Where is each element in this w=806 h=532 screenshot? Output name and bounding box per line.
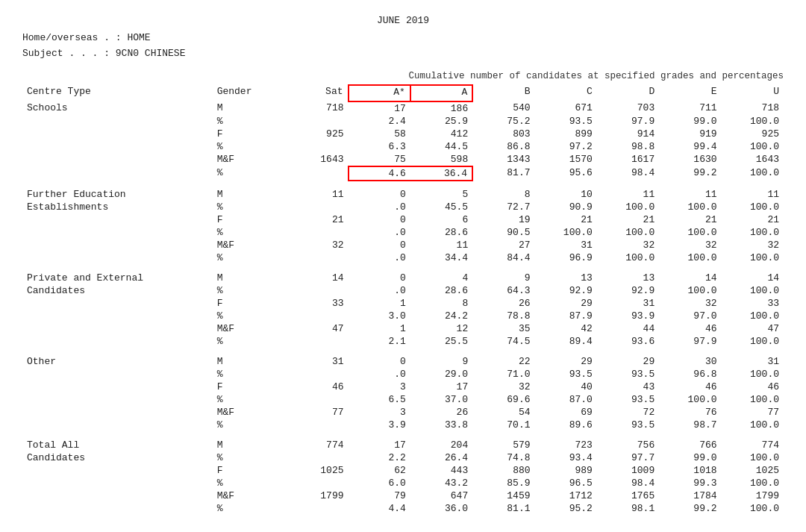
b-cell: 78.8 xyxy=(472,310,534,322)
d-cell: 914 xyxy=(597,128,659,140)
u-cell: 100.0 xyxy=(722,115,784,128)
d-cell: 756 xyxy=(597,439,659,451)
spacer-row xyxy=(22,181,784,188)
table-row: Candidates%2.226.474.893.497.799.0100.0 xyxy=(22,451,784,464)
gender-cell: F xyxy=(213,381,287,393)
sat-cell xyxy=(286,166,348,181)
sat-cell xyxy=(286,115,348,128)
d-cell: 72 xyxy=(597,406,659,419)
b-cell: 64.3 xyxy=(472,284,534,297)
a-cell: 36.0 xyxy=(410,502,472,515)
c-cell: 90.9 xyxy=(535,201,597,213)
c-cell: 42 xyxy=(535,322,597,335)
d-cell: 44 xyxy=(597,322,659,335)
table-row: M&F17997964714591712176517841799 xyxy=(22,489,784,502)
table-row: F33182629313233 xyxy=(22,297,784,310)
d-cell: 13 xyxy=(597,272,659,284)
centre-type-cell xyxy=(22,489,213,502)
sat-cell: 31 xyxy=(286,355,348,368)
table-row: F21061921212121 xyxy=(22,213,784,226)
table-row: %.028.690.5100.0100.0100.0100.0 xyxy=(22,226,784,239)
a-star-cell: 17 xyxy=(349,439,410,451)
a-cell: 36.4 xyxy=(410,166,472,181)
sat-cell: 718 xyxy=(286,101,348,115)
a-star-cell: 0 xyxy=(349,188,410,201)
b-cell: 1343 xyxy=(472,153,534,166)
col-a: A xyxy=(410,85,472,101)
u-cell: 47 xyxy=(722,322,784,335)
a-star-cell: 2.1 xyxy=(349,335,410,348)
d-cell: 93.6 xyxy=(597,335,659,348)
sat-cell: 14 xyxy=(286,272,348,284)
gender-cell: % xyxy=(213,284,287,297)
c-cell: 723 xyxy=(535,439,597,451)
b-cell: 1459 xyxy=(472,489,534,502)
c-cell: 93.4 xyxy=(535,451,597,464)
home-overseas-label: Home/overseas . : HOME xyxy=(22,31,784,46)
table-row: Establishments%.045.572.790.9100.0100.01… xyxy=(22,201,784,213)
table-row: %2.125.574.589.493.697.9100.0 xyxy=(22,335,784,348)
b-cell: 74.8 xyxy=(472,451,534,464)
c-cell: 89.6 xyxy=(535,419,597,431)
gender-cell: % xyxy=(213,368,287,381)
sat-cell xyxy=(286,201,348,213)
b-cell: 54 xyxy=(472,406,534,419)
c-cell: 29 xyxy=(535,297,597,310)
d-cell: 29 xyxy=(597,355,659,368)
table-row: %2.425.975.293.597.999.0100.0 xyxy=(22,115,784,128)
b-cell: 74.5 xyxy=(472,335,534,348)
b-cell: 579 xyxy=(472,439,534,451)
gender-cell: M xyxy=(213,101,287,115)
e-cell: 99.2 xyxy=(659,502,721,515)
a-star-cell: 3.9 xyxy=(349,419,410,431)
d-cell: 32 xyxy=(597,239,659,251)
e-cell: 1630 xyxy=(659,153,721,166)
b-cell: 81.7 xyxy=(472,166,534,181)
table-row: M&F773265469727677 xyxy=(22,406,784,419)
gender-cell: F xyxy=(213,464,287,477)
gender-cell: M xyxy=(213,272,287,284)
col-c: C xyxy=(535,85,597,101)
gender-cell: M xyxy=(213,188,287,201)
a-cell: 34.4 xyxy=(410,251,472,264)
a-star-cell: 75 xyxy=(349,153,410,166)
c-cell: 100.0 xyxy=(535,226,597,239)
table-row: %.034.484.496.9100.0100.0100.0 xyxy=(22,251,784,264)
c-cell: 40 xyxy=(535,381,597,393)
a-cell: 25.9 xyxy=(410,115,472,128)
table-row: SchoolsM71817186540671703711718 xyxy=(22,101,784,115)
b-cell: 81.1 xyxy=(472,502,534,515)
gender-cell: % xyxy=(213,451,287,464)
a-cell: 9 xyxy=(410,355,472,368)
col-sat: Sat xyxy=(286,85,348,101)
gender-cell: F xyxy=(213,128,287,140)
a-star-cell: 2.4 xyxy=(349,115,410,128)
e-cell: 100.0 xyxy=(659,393,721,406)
col-centre-type: Centre Type xyxy=(22,85,213,101)
table-row: %6.344.586.897.298.899.4100.0 xyxy=(22,140,784,153)
col-e: E xyxy=(659,85,721,101)
sat-cell: 11 xyxy=(286,188,348,201)
subject-label: Subject . . . : 9CN0 CHINESE xyxy=(22,46,784,62)
e-cell: 96.8 xyxy=(659,368,721,381)
centre-type-cell: Schools xyxy=(22,101,213,115)
b-cell: 71.0 xyxy=(472,368,534,381)
gender-cell: F xyxy=(213,213,287,226)
centre-type-cell xyxy=(22,335,213,348)
u-cell: 14 xyxy=(722,272,784,284)
u-cell: 100.0 xyxy=(722,140,784,153)
centre-type-cell xyxy=(22,406,213,419)
e-cell: 99.4 xyxy=(659,140,721,153)
c-cell: 87.9 xyxy=(535,310,597,322)
sat-cell: 925 xyxy=(286,128,348,140)
u-cell: 100.0 xyxy=(722,368,784,381)
u-cell: 718 xyxy=(722,101,784,115)
a-cell: 11 xyxy=(410,239,472,251)
d-cell: 1009 xyxy=(597,464,659,477)
gender-cell: % xyxy=(213,419,287,431)
c-cell: 93.5 xyxy=(535,368,597,381)
d-cell: 93.5 xyxy=(597,368,659,381)
a-cell: 598 xyxy=(410,153,472,166)
sat-cell xyxy=(286,393,348,406)
table-row: %6.043.285.996.598.499.3100.0 xyxy=(22,477,784,489)
